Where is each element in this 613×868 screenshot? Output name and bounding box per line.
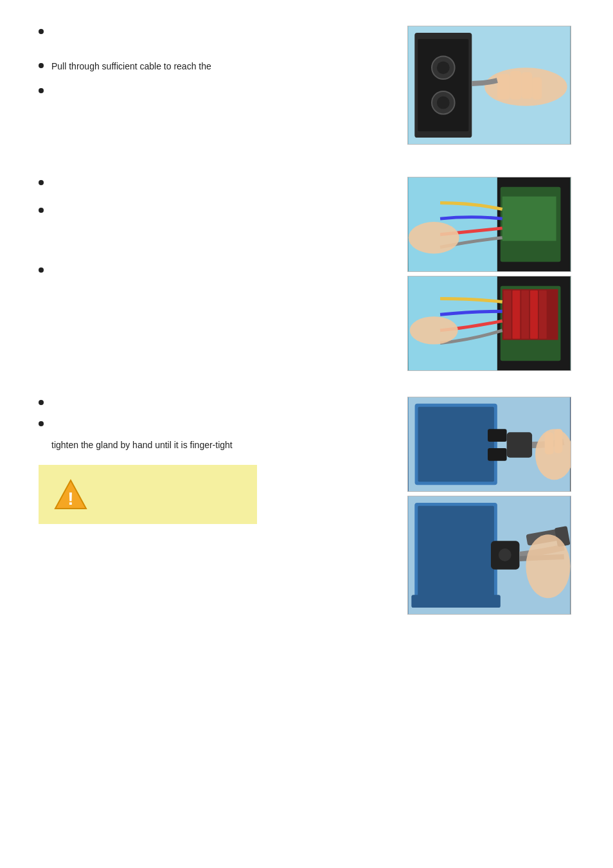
svg-rect-9 — [510, 71, 522, 100]
bullet-text-9: tighten the gland by hand until it is fi… — [51, 438, 398, 452]
bullet-dot-1 — [39, 29, 44, 34]
svg-rect-38 — [418, 506, 494, 604]
svg-rect-31 — [488, 448, 507, 461]
svg-rect-34 — [545, 432, 554, 455]
svg-rect-11 — [532, 77, 542, 100]
image-col-1 — [407, 26, 574, 145]
photo-5 — [407, 496, 571, 615]
bullet-dot-7 — [39, 400, 44, 405]
bullet-dot-5 — [39, 208, 44, 213]
bullet-item-4 — [39, 177, 398, 185]
section-1: Pull through sufficient cable to reach t… — [39, 26, 574, 145]
text-col-3: tighten the gland by hand until it is fi… — [39, 397, 398, 524]
svg-rect-8 — [497, 74, 510, 100]
photo-1 — [407, 26, 571, 145]
section-2 — [39, 177, 574, 371]
image-col-2 — [407, 177, 574, 371]
svg-point-26 — [410, 316, 458, 344]
bullet-item-2: Pull through sufficient cable to reach t… — [39, 60, 398, 73]
svg-point-44 — [526, 534, 570, 598]
text-col-2 — [39, 177, 398, 284]
bullet-dot-2 — [39, 63, 44, 68]
svg-rect-23 — [521, 291, 529, 339]
svg-point-41 — [499, 548, 511, 561]
svg-rect-21 — [504, 291, 511, 339]
bullet-item-5 — [39, 204, 398, 213]
svg-rect-29 — [418, 407, 494, 482]
svg-rect-15 — [502, 197, 556, 241]
bullet-dot-6 — [39, 267, 44, 273]
svg-rect-39 — [411, 595, 500, 608]
warning-icon: ! — [54, 478, 87, 511]
bullet-dot-3 — [39, 88, 44, 93]
svg-rect-32 — [507, 432, 532, 457]
svg-point-6 — [437, 96, 450, 109]
image-col-3 — [407, 397, 574, 615]
warning-box: ! — [39, 465, 257, 524]
photo-2 — [407, 177, 571, 272]
svg-text:!: ! — [67, 489, 73, 509]
svg-rect-24 — [530, 291, 538, 339]
svg-rect-10 — [521, 72, 532, 99]
bullet-item-7 — [39, 397, 398, 405]
page: Pull through sufficient cable to reach t… — [0, 0, 613, 868]
svg-rect-2 — [418, 39, 468, 131]
svg-point-4 — [437, 61, 450, 74]
svg-rect-22 — [513, 291, 520, 339]
bullet-item-8 — [39, 418, 398, 426]
text-col-1: Pull through sufficient cable to reach t… — [39, 26, 398, 105]
bullet-dot-4 — [39, 180, 44, 185]
svg-point-16 — [409, 222, 459, 253]
svg-rect-35 — [555, 429, 563, 453]
svg-rect-25 — [539, 291, 547, 339]
photo-4 — [407, 397, 571, 492]
svg-rect-30 — [488, 429, 507, 442]
bullet-text-2: Pull through sufficient cable to reach t… — [51, 60, 398, 73]
section-3: tighten the gland by hand until it is fi… — [39, 397, 574, 615]
bullet-item-6 — [39, 264, 398, 273]
content-area: Pull through sufficient cable to reach t… — [39, 26, 574, 634]
photo-3 — [407, 276, 571, 371]
bullet-item-1 — [39, 26, 398, 34]
bullet-dot-8 — [39, 421, 44, 426]
bullet-item-3 — [39, 85, 398, 93]
